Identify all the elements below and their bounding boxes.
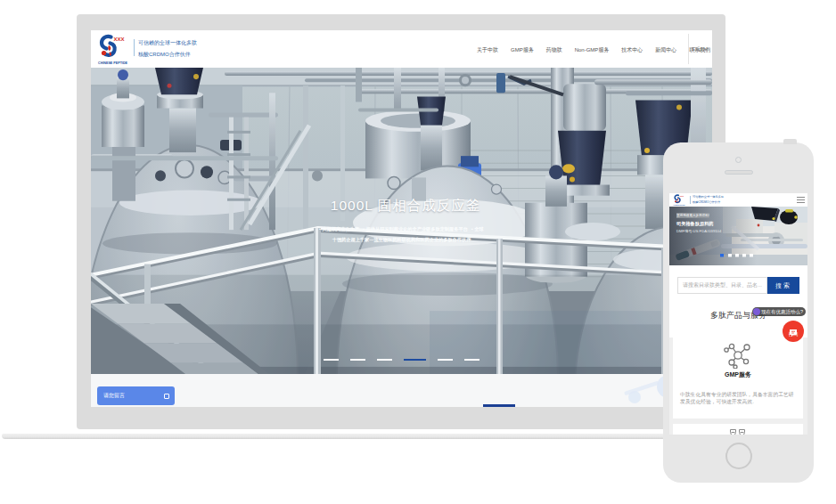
svg-text:XXX: XXX (679, 195, 684, 197)
svg-text:CHINESE PEPTIDE: CHINESE PEPTIDE (674, 205, 685, 206)
svg-text:CHINESE PEPTIDE: CHINESE PEPTIDE (98, 61, 127, 65)
svg-text:XXX: XXX (114, 37, 125, 42)
